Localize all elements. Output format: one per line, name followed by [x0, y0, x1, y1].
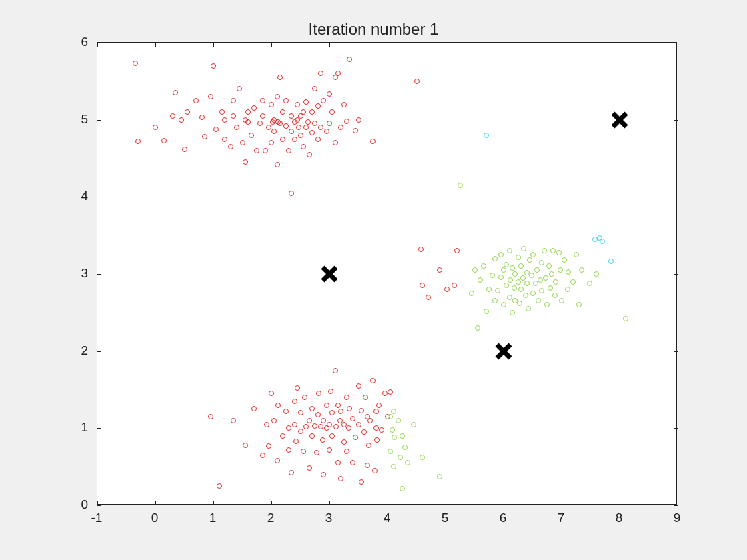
- data-point: [280, 137, 285, 142]
- data-point: [245, 109, 251, 115]
- data-point: [484, 133, 489, 138]
- data-point: [478, 277, 483, 283]
- data-point: [213, 127, 219, 132]
- data-point: [303, 125, 309, 130]
- data-point: [318, 125, 323, 130]
- data-point: [347, 406, 352, 411]
- data-point: [418, 247, 424, 252]
- data-point: [367, 418, 373, 423]
- data-point: [295, 102, 300, 107]
- data-point: [529, 273, 534, 278]
- data-point: [202, 134, 207, 139]
- y-tick: [97, 43, 101, 43]
- data-point: [307, 465, 312, 471]
- data-point: [501, 302, 506, 307]
- data-point: [530, 291, 536, 296]
- data-point: [329, 410, 335, 415]
- data-point: [414, 79, 420, 84]
- data-point: [338, 125, 343, 130]
- data-point: [508, 277, 513, 283]
- data-point: [298, 133, 303, 138]
- data-point: [327, 422, 332, 427]
- data-point: [335, 460, 341, 465]
- y-tick: [97, 274, 101, 275]
- data-point: [260, 453, 265, 458]
- data-point: [516, 279, 521, 285]
- data-point: [335, 71, 341, 76]
- data-point: [153, 125, 158, 130]
- data-point: [402, 445, 408, 450]
- y-tick: [674, 197, 678, 197]
- data-point: [388, 449, 393, 454]
- data-point: [280, 109, 285, 115]
- data-point: [398, 455, 403, 460]
- data-point: [458, 183, 463, 188]
- data-point: [372, 468, 378, 473]
- data-point: [363, 395, 368, 400]
- data-point: [420, 283, 425, 288]
- data-point: [309, 130, 315, 135]
- data-point: [327, 121, 332, 126]
- x-tick: [504, 501, 504, 505]
- data-point: [329, 109, 335, 115]
- data-point: [286, 148, 291, 153]
- data-point: [251, 105, 257, 111]
- centroid-marker: [320, 265, 339, 283]
- data-point: [266, 443, 271, 449]
- data-point: [548, 285, 553, 291]
- data-point: [298, 410, 303, 415]
- x-tick: [620, 501, 620, 505]
- data-point: [538, 277, 543, 283]
- data-point: [133, 61, 138, 66]
- data-point: [370, 139, 376, 144]
- data-point: [231, 98, 236, 103]
- y-tick-label: 3: [48, 266, 88, 281]
- data-point: [251, 406, 257, 411]
- data-point: [333, 140, 338, 145]
- data-point: [475, 325, 480, 331]
- x-tick-label: 3: [325, 511, 333, 525]
- data-point: [594, 271, 599, 277]
- data-point: [275, 403, 281, 408]
- data-point: [353, 128, 358, 133]
- data-point: [549, 271, 554, 277]
- data-point: [283, 409, 289, 414]
- data-point: [263, 148, 268, 153]
- y-tick: [674, 505, 678, 506]
- data-point: [219, 109, 225, 115]
- data-point: [341, 439, 347, 445]
- data-point: [539, 260, 544, 265]
- data-point: [307, 152, 312, 157]
- data-point: [289, 129, 294, 134]
- data-point: [437, 474, 442, 479]
- data-point: [553, 279, 558, 285]
- data-point: [539, 288, 544, 293]
- x-tick: [504, 43, 504, 47]
- data-point: [228, 144, 233, 149]
- data-point: [208, 414, 213, 419]
- data-point: [211, 63, 216, 69]
- data-point: [309, 433, 315, 439]
- data-point: [199, 115, 205, 120]
- data-point: [544, 302, 550, 307]
- data-point: [271, 129, 277, 134]
- data-point: [527, 257, 532, 263]
- data-point: [507, 295, 512, 300]
- y-tick: [674, 120, 678, 121]
- x-tick: [678, 501, 678, 505]
- y-tick: [97, 120, 101, 121]
- data-point: [185, 109, 190, 115]
- data-point: [452, 283, 457, 288]
- data-point: [315, 137, 321, 142]
- data-point: [481, 263, 486, 269]
- data-point: [314, 450, 319, 455]
- data-point: [556, 250, 562, 255]
- data-point: [558, 267, 563, 273]
- data-point: [321, 418, 326, 423]
- data-point: [292, 137, 297, 142]
- data-point: [484, 309, 489, 314]
- data-point: [283, 98, 289, 103]
- data-point: [237, 86, 242, 91]
- data-point: [318, 424, 323, 429]
- chart-axes: [97, 42, 677, 505]
